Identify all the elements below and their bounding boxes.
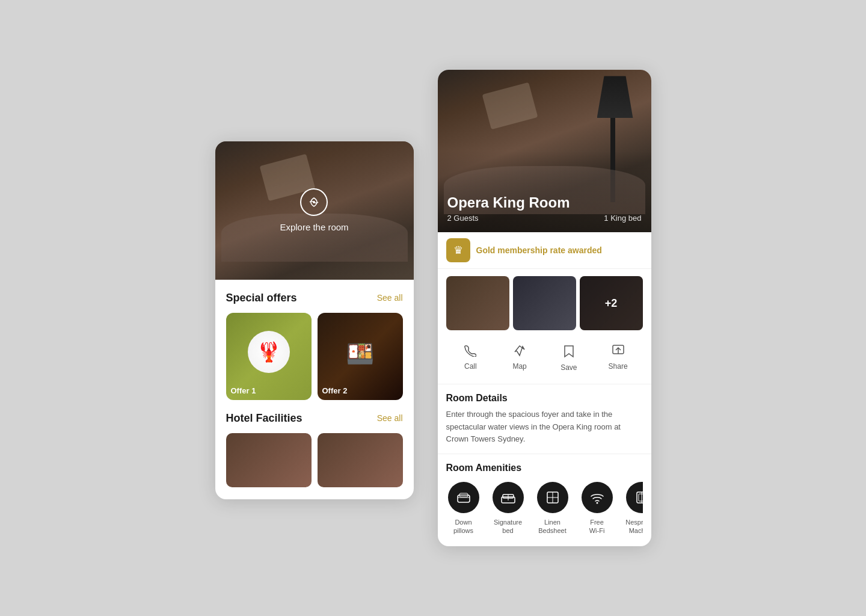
room-hero-image[interactable]: Explore the room (215, 141, 414, 280)
room-meta: 2 Guests 1 King bed (447, 214, 642, 223)
map-icon (514, 345, 526, 360)
map-label: Map (512, 362, 526, 371)
crown-badge: ♛ (446, 238, 470, 262)
facility-image-2[interactable] (318, 433, 403, 487)
left-card-content: Special offers See all 🦞 Offer 1 🍱 Offer… (215, 280, 414, 499)
hotel-facilities-header: Hotel Facilities See all (226, 412, 403, 425)
linen-icon (537, 482, 568, 513)
photo-grid: +2 (438, 269, 651, 337)
room-title-overlay: Opera King Room 2 Guests 1 King bed (438, 185, 651, 233)
amenity-linen: LinenBedsheet (535, 482, 570, 535)
wifi-icon (582, 482, 613, 513)
amenity-wifi: FreeWi-Fi (580, 482, 615, 535)
linen-label: LinenBedsheet (538, 518, 566, 535)
down-pillows-label: Downpillows (453, 518, 473, 535)
down-pillows-icon (448, 482, 479, 513)
amenities-title: Room Amenities (446, 463, 643, 473)
membership-bar: ♛ Gold membership rate awarded (438, 232, 651, 269)
membership-message: membership rate awarded (497, 245, 602, 255)
call-button[interactable]: Call (446, 340, 496, 377)
amenities-section: Room Amenities Downpillows (438, 454, 651, 546)
photo-thumb-2[interactable] (513, 276, 576, 330)
more-photos-overlay[interactable]: +2 (580, 276, 643, 330)
call-label: Call (464, 362, 477, 371)
offer-1-label: Offer 1 (231, 386, 256, 395)
right-card: Opera King Room 2 Guests 1 King bed ♛ Go… (438, 70, 651, 546)
bed-type: 1 King bed (604, 214, 641, 223)
offer-card-2[interactable]: 🍱 Offer 2 (318, 313, 403, 400)
membership-tier: Gold (476, 245, 496, 255)
signature-bed-icon (493, 482, 524, 513)
room-mirror (482, 82, 538, 130)
room-name: Opera King Room (447, 194, 642, 212)
offers-row: 🦞 Offer 1 🍱 Offer 2 (226, 313, 403, 400)
photo-thumb-3[interactable]: +2 (580, 276, 643, 330)
facility-image-1[interactable] (226, 433, 312, 487)
explore-button[interactable]: Explore the room (280, 188, 348, 232)
hotel-facilities-section: Hotel Facilities See all (226, 412, 403, 487)
room-details-text: Enter through the spacious foyer and tak… (446, 408, 643, 445)
explore-icon (300, 188, 328, 216)
map-button[interactable]: Map (495, 340, 544, 377)
offer-card-1[interactable]: 🦞 Offer 1 (226, 313, 312, 400)
save-label: Save (560, 363, 577, 372)
signature-bed-label: Signaturebed (494, 518, 522, 535)
save-icon (564, 345, 574, 361)
photo-thumb-1[interactable] (446, 276, 509, 330)
facilities-images (226, 433, 403, 487)
explore-label: Explore the room (280, 222, 348, 232)
svg-point-10 (596, 502, 598, 504)
amenity-signature-bed: Signaturebed (491, 482, 526, 535)
lobster-decoration: 🦞 (248, 331, 290, 373)
left-card: Explore the room Special offers See all … (215, 141, 414, 499)
share-button[interactable]: Share (594, 340, 643, 377)
nespresso-icon (626, 482, 643, 513)
special-offers-see-all[interactable]: See all (377, 293, 403, 303)
amenities-row: Downpillows Signaturebed (446, 482, 643, 538)
room-details-title: Room Details (446, 393, 643, 404)
membership-text: Gold membership rate awarded (476, 245, 602, 255)
room-hero-large: Opera King Room 2 Guests 1 King bed (438, 70, 651, 232)
hotel-facilities-title: Hotel Facilities (226, 412, 302, 425)
share-icon (612, 345, 624, 360)
call-icon (464, 345, 476, 360)
guests-count: 2 Guests (447, 214, 479, 223)
special-offers-header: Special offers See all (226, 292, 403, 304)
action-bar: Call Map Save (438, 337, 651, 384)
save-button[interactable]: Save (544, 340, 594, 377)
share-label: Share (609, 362, 628, 371)
nespresso-label: NespressoMachine (625, 518, 642, 535)
lamp-head (597, 76, 633, 118)
bento-decoration: 🍱 (346, 340, 374, 367)
amenity-nespresso: NespressoMachine (624, 482, 643, 535)
room-details-section: Room Details Enter through the spacious … (438, 384, 651, 453)
offer-2-label: Offer 2 (322, 386, 348, 395)
svg-rect-12 (639, 494, 643, 501)
amenity-down-pillows: Downpillows (446, 482, 481, 535)
special-offers-title: Special offers (226, 292, 297, 304)
wifi-label: FreeWi-Fi (589, 518, 605, 535)
crown-icon: ♛ (453, 244, 463, 257)
hotel-facilities-see-all[interactable]: See all (377, 413, 403, 423)
